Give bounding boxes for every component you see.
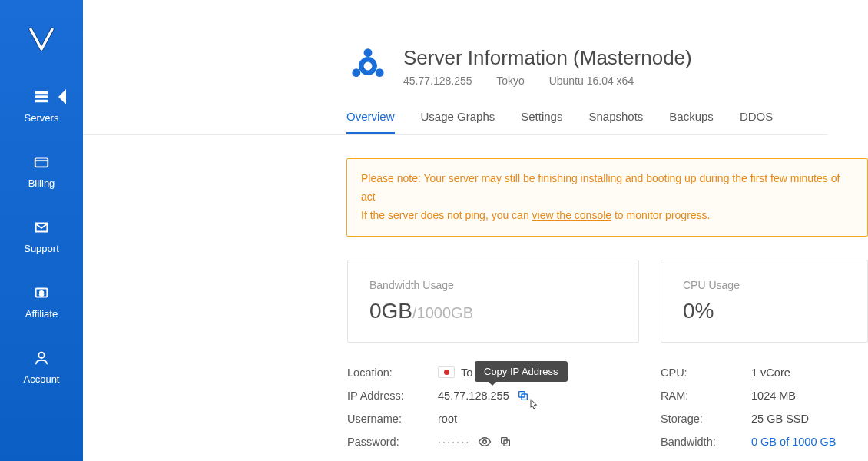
tab-ddos[interactable]: DDOS xyxy=(740,101,773,134)
header-os: Ubuntu 16.04 x64 xyxy=(549,75,634,87)
password-value: ······· xyxy=(438,436,470,448)
svg-rect-3 xyxy=(35,158,48,167)
page-subtitle: 45.77.128.255 Tokyo Ubuntu 16.04 x64 xyxy=(403,75,868,87)
person-icon xyxy=(32,349,51,367)
ubuntu-icon xyxy=(348,46,388,86)
svg-point-8 xyxy=(361,59,374,72)
tab-backups[interactable]: Backups xyxy=(669,101,714,134)
svg-point-11 xyxy=(352,68,360,77)
japan-flag-icon xyxy=(438,366,455,378)
bandwidth-spec-value[interactable]: 0 GB of 1000 GB xyxy=(751,436,836,448)
left-details: Location: To IP Address: 45.77.128.255 xyxy=(347,361,639,453)
username-label: Username: xyxy=(347,413,438,425)
sidebar: Servers Billing Support $ Affiliate Acco… xyxy=(0,0,83,461)
right-details: CPU: 1 vCore RAM: 1024 MB Storage: 25 GB… xyxy=(661,361,868,453)
show-password-button[interactable] xyxy=(478,435,492,449)
ram-value: 1024 MB xyxy=(751,390,796,402)
storage-value: 25 GB SSD xyxy=(751,413,809,425)
sidebar-item-billing[interactable]: Billing xyxy=(28,153,55,189)
copy-password-button[interactable] xyxy=(499,436,512,448)
header-ip: 45.77.128.255 xyxy=(403,75,472,87)
tab-overview[interactable]: Overview xyxy=(346,101,395,134)
svg-point-9 xyxy=(364,48,373,57)
notice-line2-suffix: to monitor progress. xyxy=(611,209,710,221)
bandwidth-total: /1000GB xyxy=(412,304,473,321)
tab-settings[interactable]: Settings xyxy=(521,101,562,134)
svg-rect-2 xyxy=(35,100,48,103)
bandwidth-used: 0GB xyxy=(369,299,412,323)
svg-rect-0 xyxy=(35,91,48,95)
svg-rect-1 xyxy=(35,95,48,98)
servers-icon xyxy=(32,88,51,106)
ip-value: 45.77.128.255 xyxy=(438,390,509,402)
notice-line2-prefix: If the server does not ping, you can xyxy=(361,209,532,221)
bandwidth-card: Bandwidth Usage 0GB/1000GB xyxy=(347,260,639,343)
nav-label: Account xyxy=(24,373,60,385)
cpu-spec-value: 1 vCore xyxy=(751,366,790,379)
sidebar-item-affiliate[interactable]: $ Affiliate xyxy=(25,284,58,320)
bandwidth-label: Bandwidth Usage xyxy=(369,279,617,291)
nav-label: Servers xyxy=(25,112,59,124)
mail-icon xyxy=(32,218,51,237)
svg-point-14 xyxy=(483,439,487,443)
cpu-label: CPU Usage xyxy=(683,279,846,291)
nav-label: Support xyxy=(24,243,59,254)
tab-snapshots[interactable]: Snapshots xyxy=(588,101,643,134)
svg-text:$: $ xyxy=(39,290,43,297)
cpu-spec-label: CPU: xyxy=(661,366,751,379)
svg-point-10 xyxy=(376,68,384,77)
nav-label: Affiliate xyxy=(25,308,58,320)
svg-point-7 xyxy=(38,353,44,358)
copy-ip-button[interactable] xyxy=(517,390,529,402)
location-label: Location: xyxy=(347,366,438,379)
username-value: root xyxy=(438,413,457,425)
sidebar-item-servers[interactable]: Servers xyxy=(25,88,59,124)
page-title: Server Information (Masternode) xyxy=(403,46,868,70)
credit-card-icon xyxy=(32,153,51,171)
money-icon: $ xyxy=(32,284,51,302)
main: Server Information (Masternode) 45.77.12… xyxy=(83,0,868,461)
ram-label: RAM: xyxy=(661,390,751,402)
copy-ip-tooltip: Copy IP Address xyxy=(475,361,568,382)
ip-label: IP Address: xyxy=(347,390,438,402)
storage-label: Storage: xyxy=(661,413,751,425)
content: Please note: Your server may still be fi… xyxy=(306,135,868,453)
view-console-link[interactable]: view the console xyxy=(532,209,612,221)
location-value: To xyxy=(461,366,472,379)
nav-label: Billing xyxy=(28,177,55,189)
cpu-value: 0% xyxy=(683,299,846,323)
logo xyxy=(26,23,57,57)
header-location: Tokyo xyxy=(496,75,525,87)
bandwidth-spec-label: Bandwidth: xyxy=(661,436,751,448)
password-label: Password: xyxy=(347,436,438,448)
notice-banner: Please note: Your server may still be fi… xyxy=(346,158,868,236)
sidebar-item-account[interactable]: Account xyxy=(24,349,60,385)
cpu-card: CPU Usage 0% xyxy=(661,260,868,343)
tab-usage-graphs[interactable]: Usage Graphs xyxy=(421,101,495,134)
notice-line1: Please note: Your server may still be fi… xyxy=(361,172,840,203)
sidebar-item-support[interactable]: Support xyxy=(24,218,59,254)
header: Server Information (Masternode) 45.77.12… xyxy=(306,0,868,87)
